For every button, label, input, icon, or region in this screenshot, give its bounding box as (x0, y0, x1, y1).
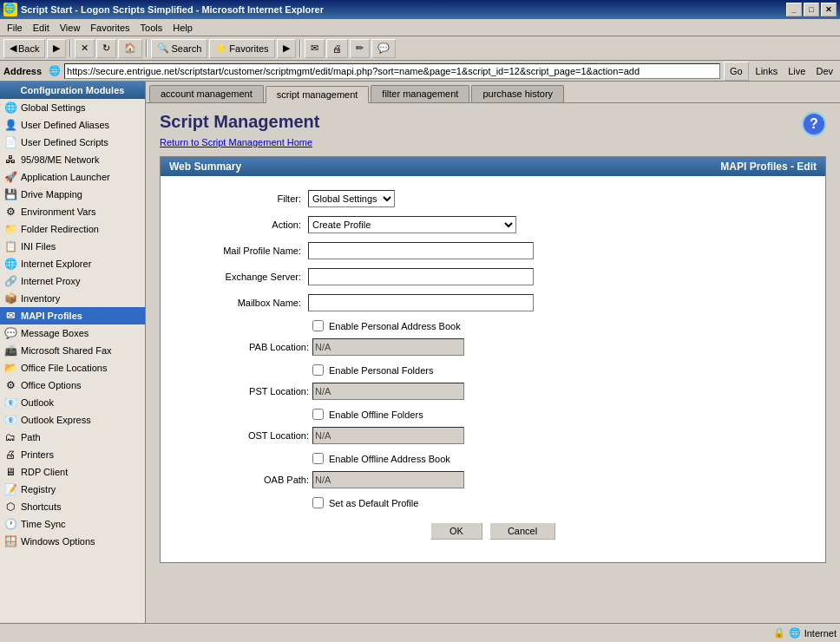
panel-right-label: MAPI Profiles - Edit (720, 160, 817, 173)
home-button[interactable]: 🏠 (118, 39, 142, 58)
minimize-button[interactable]: _ (786, 3, 802, 16)
address-input[interactable] (64, 63, 720, 79)
menu-tools[interactable]: Tools (135, 21, 168, 35)
media-button[interactable]: ▶ (277, 39, 296, 58)
refresh-button[interactable]: ↻ (96, 39, 116, 58)
live-link[interactable]: Live (784, 66, 809, 76)
sidebar-item-application-launcher[interactable]: 🚀 Application Launcher (0, 168, 145, 186)
pst-location-row: PST Location: (178, 383, 808, 400)
sidebar-item-global-settings[interactable]: 🌐 Global Settings (0, 99, 145, 116)
edit-button[interactable]: ✏ (350, 39, 370, 58)
search-button[interactable]: 🔍 Search (151, 39, 207, 58)
enable-pf-row: Enable Personal Folders (178, 364, 808, 376)
launcher-icon: 🚀 (3, 170, 17, 184)
enable-of-checkbox[interactable] (312, 409, 324, 420)
outlook-icon: 📧 (3, 396, 17, 409)
tab-filter-management[interactable]: filter management (371, 85, 469, 102)
lock-icon: 🔒 (773, 627, 785, 639)
menu-view[interactable]: View (55, 21, 86, 35)
cancel-button[interactable]: Cancel (489, 522, 555, 540)
stop-button[interactable]: ✕ (75, 39, 95, 58)
sidebar-item-outlook[interactable]: 📧 Outlook (0, 394, 145, 411)
sidebar-item-office-options[interactable]: ⚙ Office Options (0, 377, 145, 394)
tab-account-management[interactable]: account management (149, 85, 264, 102)
sidebar-item-shortcuts[interactable]: ⬡ Shortcuts (0, 498, 145, 515)
exchange-server-row: Exchange Server: (178, 268, 808, 285)
path-icon: 🗂 (3, 430, 17, 444)
sidebar-item-message-boxes[interactable]: 💬 Message Boxes (0, 324, 145, 342)
mail-profile-label: Mail Profile Name: (178, 246, 308, 256)
filter-label: Filter: (178, 193, 308, 204)
sidebar-item-inventory[interactable]: 📦 Inventory (0, 290, 145, 307)
toolbar-separator2 (146, 40, 148, 57)
print-button[interactable]: 🖨 (326, 39, 348, 58)
mail-button[interactable]: ✉ (305, 39, 325, 58)
mailbox-name-label: Mailbox Name: (178, 298, 308, 308)
filter-select[interactable]: Global Settings (308, 190, 395, 207)
sidebar-item-windows-options[interactable]: 🪟 Windows Options (0, 533, 145, 550)
pab-location-input[interactable] (312, 338, 464, 356)
go-button[interactable]: Go (724, 62, 749, 81)
ok-button[interactable]: OK (430, 522, 482, 540)
ost-location-input[interactable] (312, 427, 464, 444)
sidebar-item-environment-vars[interactable]: ⚙ Environment Vars (0, 203, 145, 220)
sidebar-item-95-98-me[interactable]: 🖧 95/98/ME Network (0, 151, 145, 168)
sidebar-item-office-file-locations[interactable]: 📂 Office File Locations (0, 359, 145, 377)
network-icon: 🖧 (3, 153, 17, 167)
tab-script-management[interactable]: script management (266, 86, 370, 103)
exchange-server-input[interactable] (308, 268, 534, 285)
sidebar-item-internet-explorer[interactable]: 🌐 Internet Explorer (0, 255, 145, 272)
close-button[interactable]: ✕ (821, 3, 837, 16)
dev-link[interactable]: Dev (812, 66, 837, 76)
sidebar-item-drive-mapping[interactable]: 💾 Drive Mapping (0, 186, 145, 203)
sidebar-item-path[interactable]: 🗂 Path (0, 429, 145, 446)
sidebar-item-registry[interactable]: 📝 Registry (0, 481, 145, 498)
favorites-button[interactable]: ⭐ Favorites (209, 39, 274, 58)
menu-favorites[interactable]: Favorites (85, 21, 135, 35)
sidebar-item-user-defined-scripts[interactable]: 📄 User Defined Scripts (0, 134, 145, 151)
action-select[interactable]: Create ProfileDelete ProfileModify Profi… (308, 216, 516, 233)
sidebar-item-mapi-profiles[interactable]: ✉ MAPI Profiles (0, 307, 145, 324)
forward-button[interactable]: ▶ (47, 39, 66, 58)
sidebar-item-microsoft-shared-fax[interactable]: 📠 Microsoft Shared Fax (0, 342, 145, 359)
web-summary-panel: Web Summary MAPI Profiles - Edit Filter:… (160, 156, 826, 563)
menu-edit[interactable]: Edit (28, 21, 55, 35)
window-controls[interactable]: _ □ ✕ (786, 3, 837, 16)
back-button[interactable]: ◀ Back (3, 39, 45, 58)
messenger-button[interactable]: 💬 (371, 39, 396, 58)
back-link[interactable]: Return to Script Management Home (160, 137, 312, 147)
sidebar-item-ini-files[interactable]: 📋 INI Files (0, 238, 145, 255)
set-default-label: Set as Default Profile (329, 498, 418, 508)
sidebar-item-outlook-express[interactable]: 📧 Outlook Express (0, 411, 145, 429)
sidebar-item-printers[interactable]: 🖨 Printers (0, 446, 145, 463)
drive-icon: 💾 (3, 187, 17, 201)
set-default-checkbox[interactable] (312, 497, 324, 508)
sidebar-item-user-defined-aliases[interactable]: 👤 User Defined Aliases (0, 116, 145, 134)
set-default-row: Set as Default Profile (178, 497, 808, 508)
enable-oab-checkbox[interactable] (312, 453, 324, 464)
enable-pf-checkbox[interactable] (312, 364, 324, 376)
sidebar-item-rdp-client[interactable]: 🖥 RDP Client (0, 463, 145, 481)
sidebar-item-internet-proxy[interactable]: 🔗 Internet Proxy (0, 272, 145, 290)
sidebar-item-time-sync[interactable]: 🕐 Time Sync (0, 515, 145, 533)
maximize-button[interactable]: □ (804, 3, 819, 16)
pst-location-input[interactable] (312, 383, 464, 400)
links-label[interactable]: Links (752, 66, 782, 76)
panel-body: Filter: Global Settings Action: Create P… (161, 176, 825, 562)
enable-pab-checkbox[interactable] (312, 320, 324, 331)
page-title: Script Management (160, 112, 319, 132)
menu-help[interactable]: Help (167, 21, 198, 35)
help-icon[interactable]: ? (802, 112, 826, 136)
menu-file[interactable]: File (2, 21, 28, 35)
time-icon: 🕐 (3, 517, 17, 531)
tab-purchase-history[interactable]: purchase history (471, 85, 564, 102)
action-row: Action: Create ProfileDelete ProfileModi… (178, 216, 808, 233)
mailbox-name-input[interactable] (308, 294, 534, 311)
sidebar-item-folder-redirection[interactable]: 📁 Folder Redirection (0, 220, 145, 238)
oab-path-input[interactable] (312, 471, 464, 488)
mapi-icon: ✉ (3, 309, 17, 323)
proxy-icon: 🔗 (3, 274, 17, 288)
mail-profile-input[interactable] (308, 242, 534, 259)
status-internet: 🔒 🌐 Internet (773, 627, 837, 639)
sidebar: Configuration Modules 🌐 Global Settings … (0, 82, 146, 623)
